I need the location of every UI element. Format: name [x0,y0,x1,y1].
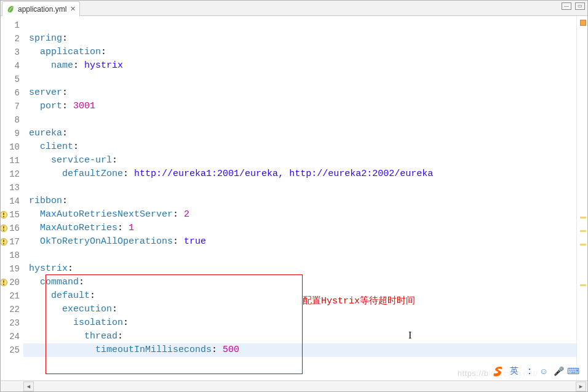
scroll-left-button[interactable]: ◄ [23,382,34,391]
line-number: 24 [1,330,23,343]
spring-leaf-icon [6,5,15,14]
code-line[interactable]: eureka: [23,127,576,140]
code-line[interactable]: command: [23,276,576,289]
scroll-right-button[interactable]: ► [576,382,586,391]
line-number: 5 [1,73,23,86]
code-line[interactable]: execution: [23,303,576,316]
code-line[interactable]: application: [23,46,576,59]
line-number: 3 [1,46,23,59]
line-number: 15 [1,208,23,222]
code-area[interactable]: spring: application: name: hystrix serve… [23,16,576,380]
line-number: 6 [1,86,23,100]
warning-marker-icon [1,223,8,232]
svg-rect-2 [3,216,4,217]
line-number: 14 [1,194,23,208]
code-line[interactable]: client: [23,140,576,154]
line-number-gutter: 1234567891011121314151617181920212223242… [1,16,23,380]
line-number: 16 [1,222,23,235]
overview-warning-icon [580,217,586,218]
line-number: 18 [1,249,23,262]
tab-filename: application.yml [18,5,66,14]
text-cursor-icon: I [408,330,411,341]
svg-rect-8 [3,243,4,244]
ime-voice-button[interactable]: 🎤 [553,366,564,377]
svg-rect-7 [3,240,4,242]
line-number: 4 [1,59,23,73]
ime-toolbar[interactable]: 英 • •• • ☺ 🎤 ⌨ [489,363,581,379]
line-number: 2 [1,32,23,46]
tab-bar: application.yml ✕ — ▭ [1,1,587,16]
overview-marker-icon [580,20,586,26]
overview-warning-icon [580,284,586,286]
svg-rect-4 [3,226,4,229]
code-line[interactable]: defaultZone: http://eureka1:2001/eureka,… [23,167,576,181]
minimize-button[interactable]: — [562,2,571,10]
horizontal-scrollbar[interactable]: ◄ ► [1,380,587,391]
code-line[interactable]: OkToRetryOnAllOperations: true [23,235,576,249]
code-line[interactable]: MaxAutoRetriesNextServer: 2 [23,208,576,222]
code-line[interactable]: default: [23,289,576,303]
editor-body: 1234567891011121314151617181920212223242… [1,16,587,380]
line-number: 25 [1,343,23,357]
code-line[interactable] [23,113,576,127]
maximize-button[interactable]: ▭ [575,2,585,10]
line-number: 23 [1,316,23,330]
overview-warning-icon [580,244,586,246]
warning-marker-icon [1,278,8,286]
line-number: 21 [1,289,23,303]
warning-marker-icon [1,210,8,218]
ime-keyboard-button[interactable]: ⌨ [568,366,579,377]
file-tab[interactable]: application.yml ✕ [2,1,80,16]
line-number: 9 [1,127,23,140]
annotation-text: 配置Hystrix等待超时时间 [303,295,415,306]
line-number: 19 [1,262,23,276]
code-line[interactable] [23,249,576,262]
line-number: 7 [1,100,23,113]
svg-rect-5 [3,230,4,231]
ime-emoji-button[interactable]: ☺ [538,366,549,377]
code-line[interactable]: ribbon: [23,194,576,208]
svg-rect-1 [3,213,4,215]
code-line[interactable]: isolation: [23,316,576,330]
line-number: 22 [1,303,23,316]
code-line[interactable]: hystrix: [23,262,576,276]
code-line[interactable]: server: [23,86,576,100]
editor-window: application.yml ✕ — ▭ 123456789101112131… [0,0,588,392]
line-number: 8 [1,113,23,127]
warning-marker-icon [1,237,8,246]
overview-ruler[interactable] [576,16,587,380]
code-line[interactable]: thread: [23,330,576,343]
code-line[interactable]: spring: [23,32,576,46]
code-line[interactable]: name: hystrix [23,59,576,73]
close-tab-icon[interactable]: ✕ [70,6,76,12]
code-line[interactable] [23,181,576,194]
ime-punct-button[interactable]: • •• • [523,366,534,377]
line-number: 13 [1,181,23,194]
line-number: 17 [1,235,23,249]
svg-rect-10 [3,281,4,283]
line-number: 10 [1,140,23,154]
code-line[interactable]: timeoutInMilliseconds: 500 [23,343,576,357]
line-number: 12 [1,167,23,181]
line-number: 20 [1,276,23,289]
svg-rect-11 [3,284,4,285]
overview-warning-icon [580,230,586,232]
line-number: 11 [1,154,23,167]
code-line[interactable] [23,73,576,86]
window-controls: — ▭ [562,2,585,10]
code-line[interactable] [23,18,576,32]
code-line[interactable]: MaxAutoRetries: 1 [23,222,576,235]
line-number: 1 [1,18,23,32]
code-line[interactable]: service-url: [23,154,576,167]
ime-lang-button[interactable]: 英 [509,366,520,377]
sogou-logo-icon [491,364,505,378]
code-line[interactable]: port: 3001 [23,100,576,113]
